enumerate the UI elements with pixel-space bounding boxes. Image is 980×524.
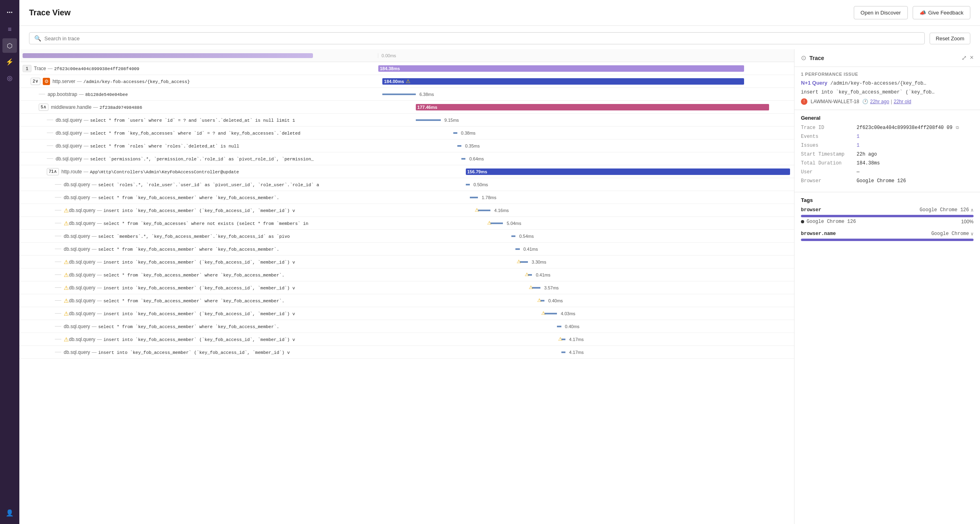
trace-row-row-23[interactable]: db.sql.query—insert into `key_fob_access… <box>19 346 794 359</box>
timing-outside-label-row-22: 4.17ms <box>569 337 584 342</box>
timing-line-row-10 <box>466 184 470 185</box>
trace-row-right-row-11: 1.78ms <box>378 191 794 204</box>
trace-row-row-16[interactable]: ⚠db.sql.query—insert into `key_fob_acces… <box>19 256 794 268</box>
tags-section-title: Tags <box>801 197 974 203</box>
tag-group-browser: browser Google Chrome 126 ∧ <box>801 207 974 225</box>
trace-row-right-row-16: ⚠3.30ms <box>378 256 794 268</box>
timeline-header: 0.00ms <box>19 49 794 62</box>
timing-outside-label-row-6: 0.38ms <box>461 131 475 135</box>
trace-row-row-15[interactable]: db.sql.query—select * from `key_fob_acce… <box>19 243 794 256</box>
timing-line-row-3 <box>382 94 415 95</box>
trace-row-row-12[interactable]: ⚠db.sql.query—insert into `key_fob_acces… <box>19 204 794 217</box>
detail-panel-title: Trace <box>809 55 958 61</box>
trace-row-row-17[interactable]: ⚠db.sql.query—select * from `key_fob_acc… <box>19 268 794 281</box>
trace-row-row-8[interactable]: db.sql.query—select `permissions`.*, `pe… <box>19 152 794 165</box>
sidebar-item-discover[interactable]: ◎ <box>2 71 17 85</box>
trace-row-left-row-12: ⚠db.sql.query—insert into `key_fob_acces… <box>19 207 378 214</box>
trace-row-row-14[interactable]: db.sql.query—select `members`.*, `key_fo… <box>19 230 794 243</box>
browser-tag-chevron-icon[interactable]: ∧ <box>971 207 974 213</box>
perf-issue-time-ago[interactable]: 22hr ago <box>870 99 889 104</box>
timing-line-row-23 <box>561 351 565 353</box>
trace-row-row-13[interactable]: ⚠db.sql.query—select * from `key_fob_acc… <box>19 217 794 230</box>
trace-row-row-9[interactable]: 71∧http.route—App\Http\Controllers\Admin… <box>19 165 794 178</box>
row-badge-row-2[interactable]: 2∨ <box>31 78 40 85</box>
page-title: Trace View <box>29 8 71 17</box>
sidebar-item-home[interactable]: ⬡ <box>2 38 17 53</box>
perf-issue-route: /admin/key-fob-accesses/{key_fob… <box>830 81 926 86</box>
search-input-wrapper: 🔍 <box>29 32 925 44</box>
trace-row-row-1[interactable]: 1Trace—2f623c00ea404c899938e4ff208f40091… <box>19 62 794 75</box>
warn-icon-row-20: ⚠ <box>64 310 69 317</box>
trace-row-row-3[interactable]: app.bootstrap—8b128de540e04bee6.38ms <box>19 88 794 101</box>
trace-row-row-4[interactable]: 5∧middleware.handle—2f238ad974984886177.… <box>19 101 794 114</box>
tag-group-browser-name: browser.name Google Chrome ∨ <box>801 231 974 241</box>
sidebar-item-performance[interactable]: ⚡ <box>2 54 17 69</box>
events-value[interactable]: 1 <box>857 134 859 139</box>
row-text-row-12: db.sql.query—insert into `key_fob_access… <box>69 208 295 213</box>
tag-bar-browser-name <box>801 239 974 241</box>
timing-line-row-7 <box>457 145 461 147</box>
timing-line-row-5 <box>416 119 441 121</box>
tag-legend-item-chrome: Google Chrome 126 <box>801 219 856 225</box>
timing-line-row-18: ⚠ <box>532 287 540 289</box>
clock-icon: ⊙ <box>801 54 806 62</box>
trace-row-row-10[interactable]: db.sql.query—select `roles`.*, `role_use… <box>19 178 794 191</box>
trace-row-right-row-20: ⚠4.03ms <box>378 307 794 320</box>
timing-line-row-16: ⚠ <box>520 261 528 263</box>
timing-outside-label-row-8: 0.64ms <box>469 156 484 161</box>
timing-line-row-20: ⚠ <box>544 313 557 314</box>
trace-row-row-19[interactable]: ⚠db.sql.query—select * from `key_fob_acc… <box>19 294 794 307</box>
perf-issue-count-label: 1 PERFORMANCE ISSUE <box>801 72 974 77</box>
perf-issue-name[interactable]: N+1 Query <box>801 80 827 86</box>
detail-panel: ⊙ Trace ⤢ × 1 PERFORMANCE ISSUE N+1 Quer… <box>794 49 980 524</box>
trace-row-row-7[interactable]: db.sql.query—select * from `roles` where… <box>19 139 794 152</box>
trace-row-right-row-4: 177.46ms <box>378 101 794 113</box>
trace-row-row-2[interactable]: 2∨⚙http.server—/admin/key-fob-accesses/{… <box>19 75 794 88</box>
give-feedback-button[interactable]: 📣 Give Feedback <box>913 6 970 19</box>
tags-section: Tags browser Google Chrome 126 ∧ <box>794 192 980 252</box>
row-text-row-16: db.sql.query—insert into `key_fob_access… <box>69 259 295 265</box>
trace-body: 0.00ms 1Trace—2f623c00ea404c899938e4ff20… <box>19 49 980 524</box>
row-connector <box>55 300 61 301</box>
browser-name-tag-chevron-icon[interactable]: ∨ <box>971 231 974 237</box>
timing-outside-label-row-7: 0.35ms <box>465 143 480 148</box>
perf-issue-time-old[interactable]: 22hr old <box>894 99 911 104</box>
trace-row-row-6[interactable]: db.sql.query—select * from `key_fob_acce… <box>19 127 794 139</box>
trace-row-row-18[interactable]: ⚠db.sql.query—insert into `key_fob_acces… <box>19 281 794 294</box>
timing-outside-label-row-21: 0.40ms <box>565 324 580 329</box>
row-badge-row-4[interactable]: 5∧ <box>39 104 48 111</box>
copy-trace-id-icon[interactable]: ⧉ <box>956 125 959 130</box>
trace-row-left-row-2: 2∨⚙http.server—/admin/key-fob-accesses/{… <box>19 78 378 85</box>
timing-bar-row-9: 156.79ms <box>466 168 790 175</box>
perf-issue-project-icon: ! <box>801 98 807 105</box>
row-text-row-4: middleware.handle—2f238ad974984886 <box>51 104 142 110</box>
expand-icon[interactable]: ⤢ <box>961 54 967 62</box>
trace-row-row-21[interactable]: db.sql.query—select * from `key_fob_acce… <box>19 320 794 333</box>
timing-outside-label-row-15: 0.41ms <box>523 247 538 252</box>
sidebar-item-user[interactable]: 👤 <box>2 505 17 520</box>
close-icon[interactable]: × <box>970 54 974 62</box>
trace-row-right-row-9: 156.79ms <box>378 165 794 178</box>
open-in-discover-button[interactable]: Open in Discover <box>854 6 908 19</box>
trace-row-row-20[interactable]: ⚠db.sql.query—insert into `key_fob_acces… <box>19 307 794 320</box>
trace-row-row-5[interactable]: db.sql.query—select * from `users` where… <box>19 114 794 127</box>
trace-row-row-22[interactable]: ⚠db.sql.query—insert into `key_fob_acces… <box>19 333 794 346</box>
search-input[interactable] <box>44 35 920 42</box>
row-text-row-9: http.route—App\Http\Controllers\Admin\Ke… <box>61 169 239 175</box>
issues-value[interactable]: 1 <box>857 143 859 148</box>
trace-row-left-row-23: db.sql.query—insert into `key_fob_access… <box>19 349 378 355</box>
trace-row-right-row-1: 184.38ms <box>378 62 794 75</box>
trace-row-left-row-3: app.bootstrap—8b128de540e04bee <box>19 91 378 97</box>
sidebar-item-menu[interactable]: ≡ <box>2 22 17 37</box>
trace-row-left-row-8: db.sql.query—select `permissions`.*, `pe… <box>19 156 378 162</box>
trace-tree-panel: 0.00ms 1Trace—2f623c00ea404c899938e4ff20… <box>19 49 794 524</box>
trace-row-row-11[interactable]: db.sql.query—select * from `key_fob_acce… <box>19 191 794 204</box>
timing-label-row-4: 177.46ms <box>417 105 438 110</box>
trace-row-left-row-19: ⚠db.sql.query—select * from `key_fob_acc… <box>19 297 378 304</box>
reset-zoom-button[interactable]: Reset Zoom <box>930 33 970 44</box>
timing-triangle-row-22: ⚠ <box>558 336 563 342</box>
trace-id-value: 2f623c00ea404c899938e4ff208f40 09 <box>857 125 953 131</box>
row-badge-row-9[interactable]: 71∧ <box>47 168 59 175</box>
trace-row-left-row-9: 71∧http.route—App\Http\Controllers\Admin… <box>19 168 378 175</box>
row-text-row-15: db.sql.query—select * from `key_fob_acce… <box>64 246 279 252</box>
